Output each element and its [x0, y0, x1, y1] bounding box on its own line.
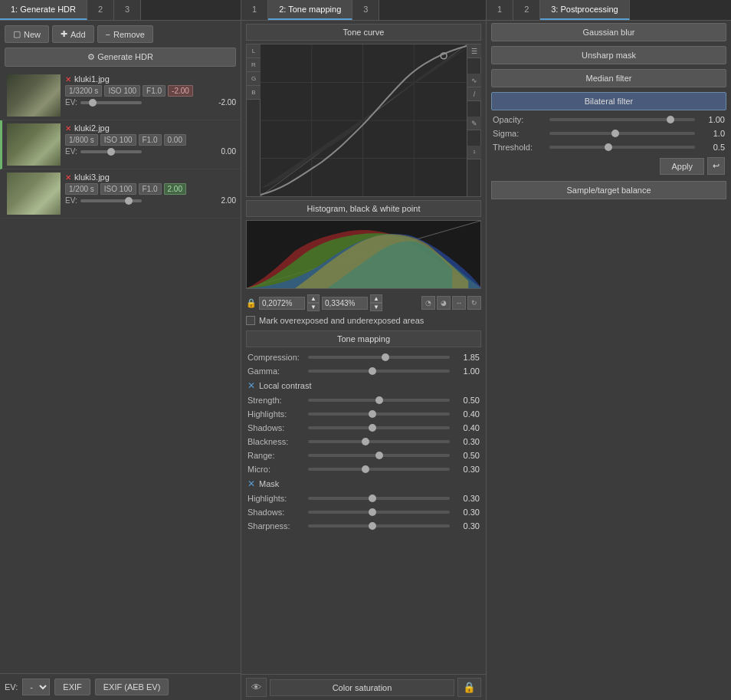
color-saturation-button[interactable]: Color saturation: [270, 679, 454, 696]
ev-bottom-label: EV:: [5, 682, 18, 692]
apply-button[interactable]: Apply: [660, 158, 704, 175]
blackness-value: 0.30: [453, 437, 480, 446]
range-slider[interactable]: [308, 454, 450, 457]
local-contrast-label: Local contrast: [259, 381, 311, 390]
ev-select[interactable]: -: [22, 679, 50, 695]
file-close-3[interactable]: ✕: [65, 173, 71, 182]
strength-slider[interactable]: [308, 399, 450, 402]
curve-list-btn[interactable]: ☰: [467, 44, 481, 58]
file-meta-1: 1/3200 s ISO 100 F1.0 -2.00: [65, 85, 236, 97]
panel2-scroll-area[interactable]: Tone curve L R G B: [241, 21, 486, 674]
exif-aeb-button[interactable]: EXIF (AEB EV): [95, 679, 169, 695]
strength-value: 0.50: [453, 396, 480, 405]
mask-highlights-slider[interactable]: [308, 497, 450, 500]
lock-button[interactable]: 🔒: [457, 678, 481, 697]
local-contrast-check-icon: ✕: [247, 380, 255, 391]
lc-highlights-row: Highlights: 0.40: [241, 407, 486, 421]
eye-button[interactable]: 👁: [246, 678, 267, 697]
ev-slider-3[interactable]: [80, 199, 142, 202]
micro-slider[interactable]: [308, 468, 450, 471]
lc-shadows-slider[interactable]: [308, 426, 450, 429]
aperture-badge-2: F1.0: [139, 134, 162, 146]
sample-balance-button[interactable]: Sample/target balance: [491, 181, 726, 199]
tab-panel2-tone[interactable]: 2: Tone mapping: [268, 0, 352, 20]
curve-smooth-btn[interactable]: ∿: [467, 74, 481, 87]
opacity-slider[interactable]: [549, 118, 695, 121]
histogram-area: [246, 220, 481, 289]
histogram-eyedropper2-btn[interactable]: ◕: [437, 296, 451, 310]
mask-shadows-slider[interactable]: [308, 511, 450, 514]
reset-button[interactable]: ↩: [707, 157, 725, 175]
ev-badge-1: -2.00: [168, 85, 193, 97]
thumbnail-2: [7, 123, 61, 166]
histogram-eyedropper-btn[interactable]: ◔: [421, 296, 435, 310]
lc-highlights-slider[interactable]: [308, 412, 450, 416]
median-filter-button[interactable]: Median filter: [491, 69, 726, 87]
ev-slider-2[interactable]: [80, 150, 142, 153]
compression-label: Compression:: [247, 353, 305, 362]
panel3-scroll-area[interactable]: Gaussian blur Unsharp mask Median filter…: [487, 21, 731, 700]
black-point-up[interactable]: ▲: [307, 294, 320, 303]
curve-num-btn[interactable]: ¹: [467, 146, 481, 159]
panel2-tone-mapping: 1 2: Tone mapping 3 Tone curve L R G B: [241, 0, 487, 700]
file-item-2[interactable]: ✕ kluki2.jpg 1/800 s ISO 100 F1.0 0.00 E…: [0, 120, 241, 169]
tab-panel3-2[interactable]: 2: [513, 0, 540, 20]
tab-panel2-3[interactable]: 3: [352, 0, 379, 20]
gamma-slider[interactable]: [308, 370, 450, 373]
channel-l-btn[interactable]: L: [247, 44, 261, 58]
gamma-row: Gamma: 1.00: [241, 364, 486, 378]
strength-label: Strength:: [247, 396, 305, 405]
gaussian-blur-button[interactable]: Gaussian blur: [491, 23, 726, 41]
mask-check-icon: ✕: [247, 478, 255, 489]
channel-r-btn[interactable]: R: [247, 58, 261, 72]
overexposed-row: Mark overexposed and underexposed areas: [241, 314, 486, 327]
new-button[interactable]: ▢ New: [5, 25, 49, 43]
ev-slider-1[interactable]: [80, 101, 142, 104]
white-point-up[interactable]: ▲: [370, 294, 382, 303]
panel3-postprocessing: 1 2 3: Postprocessing Gaussian blur Unsh…: [487, 0, 731, 700]
thumbnail-1: [7, 74, 61, 117]
file-thumb-1: [7, 74, 61, 117]
histogram-fit-btn[interactable]: ↔: [452, 296, 466, 310]
mask-shadows-row: Shadows: 0.30: [241, 505, 486, 519]
compression-slider[interactable]: [308, 356, 450, 359]
unsharp-mask-button[interactable]: Unsharp mask: [491, 46, 726, 64]
black-point-input[interactable]: [259, 297, 305, 310]
file-item-1[interactable]: ✕ kluki1.jpg 1/3200 s ISO 100 F1.0 -2.00…: [0, 71, 241, 120]
white-point-down[interactable]: ▼: [370, 303, 382, 311]
file-thumb-3: [7, 173, 61, 215]
sharpness-slider[interactable]: [308, 524, 450, 527]
bilateral-filter-button[interactable]: Bilateral filter: [491, 92, 726, 110]
curve-line-btn[interactable]: /: [467, 87, 481, 101]
blackness-slider[interactable]: [308, 440, 450, 443]
file-meta-3: 1/200 s ISO 100 F1.0 2.00: [65, 183, 236, 195]
threshold-slider[interactable]: [549, 146, 695, 149]
exif-button[interactable]: EXIF: [54, 679, 90, 695]
add-icon: ✚: [61, 29, 67, 39]
overexposed-checkbox[interactable]: [246, 316, 255, 325]
file-item-3[interactable]: ✕ kluki3.jpg 1/200 s ISO 100 F1.0 2.00 E…: [0, 169, 241, 219]
iso-badge-1: ISO 100: [104, 85, 140, 97]
tab-panel3-1[interactable]: 1: [487, 0, 513, 20]
file-close-1[interactable]: ✕: [65, 75, 71, 84]
black-point-down[interactable]: ▼: [307, 303, 320, 311]
tab-panel1-2[interactable]: 2: [87, 0, 114, 20]
add-button[interactable]: ✚ Add: [52, 25, 94, 43]
generate-hdr-button[interactable]: ⚙ Generate HDR: [5, 48, 236, 67]
histogram-reset-btn[interactable]: ↻: [467, 296, 481, 310]
channel-g-btn[interactable]: G: [247, 72, 261, 86]
tab-panel1-3[interactable]: 3: [114, 0, 141, 20]
tone-curve-canvas[interactable]: [261, 44, 467, 196]
ev-row-2: EV: 0.00: [65, 147, 236, 156]
channel-b-btn[interactable]: B: [247, 86, 261, 100]
tab-panel1-generate[interactable]: 1: Generate HDR: [0, 0, 87, 20]
micro-row: Micro: 0.30: [241, 462, 486, 476]
file-close-2[interactable]: ✕: [65, 124, 71, 133]
tab-panel3-postprocessing[interactable]: 3: Postprocessing: [540, 0, 629, 20]
panel1-bottom: EV: - EXIF EXIF (AEB EV): [0, 673, 241, 700]
curve-pencil-btn[interactable]: ✎: [467, 117, 481, 130]
tab-panel2-1[interactable]: 1: [241, 0, 268, 20]
sigma-slider[interactable]: [549, 132, 695, 135]
white-point-input[interactable]: [322, 297, 368, 310]
remove-button[interactable]: − Remove: [97, 25, 153, 43]
